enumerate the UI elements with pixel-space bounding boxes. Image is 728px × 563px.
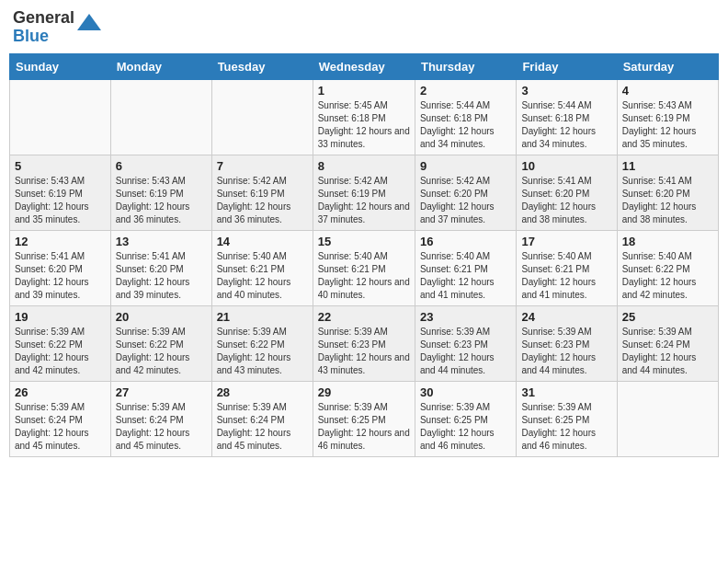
day-number: 10 [521,159,611,173]
calendar-day-12: 12Sunrise: 5:41 AM Sunset: 6:20 PM Dayli… [10,230,111,305]
day-number: 8 [318,159,410,173]
day-info: Sunrise: 5:41 AM Sunset: 6:20 PM Dayligh… [15,250,106,302]
day-number: 22 [318,310,410,324]
svg-marker-0 [77,14,101,30]
day-info: Sunrise: 5:43 AM Sunset: 6:19 PM Dayligh… [116,175,207,226]
logo: General Blue [13,9,101,46]
day-number: 17 [521,235,611,248]
calendar-day-14: 14Sunrise: 5:40 AM Sunset: 6:21 PM Dayli… [211,230,313,305]
day-info: Sunrise: 5:41 AM Sunset: 6:20 PM Dayligh… [622,175,713,226]
calendar-day-15: 15Sunrise: 5:40 AM Sunset: 6:21 PM Dayli… [313,230,415,305]
day-info: Sunrise: 5:39 AM Sunset: 6:22 PM Dayligh… [116,326,207,377]
day-info: Sunrise: 5:39 AM Sunset: 6:24 PM Dayligh… [622,326,713,377]
day-number: 23 [420,310,511,324]
calendar-day-20: 20Sunrise: 5:39 AM Sunset: 6:22 PM Dayli… [110,305,211,381]
calendar-day-8: 8Sunrise: 5:42 AM Sunset: 6:19 PM Daylig… [313,155,415,230]
day-info: Sunrise: 5:39 AM Sunset: 6:25 PM Dayligh… [420,401,511,453]
calendar-day-27: 27Sunrise: 5:39 AM Sunset: 6:24 PM Dayli… [110,381,211,456]
day-info: Sunrise: 5:44 AM Sunset: 6:18 PM Dayligh… [521,99,611,151]
day-number: 28 [217,385,308,399]
column-header-wednesday: Wednesday [313,53,415,79]
calendar-header-row: SundayMondayTuesdayWednesdayThursdayFrid… [10,53,719,79]
day-number: 7 [217,159,308,173]
calendar-empty-cell [10,79,111,155]
calendar-day-17: 17Sunrise: 5:40 AM Sunset: 6:21 PM Dayli… [517,230,617,305]
column-header-sunday: Sunday [10,53,111,79]
calendar-day-11: 11Sunrise: 5:41 AM Sunset: 6:20 PM Dayli… [617,155,718,230]
calendar-day-7: 7Sunrise: 5:42 AM Sunset: 6:19 PM Daylig… [211,155,313,230]
day-number: 9 [420,159,511,173]
day-info: Sunrise: 5:40 AM Sunset: 6:21 PM Dayligh… [420,250,511,302]
logo-general-word: General [13,9,74,28]
calendar-day-9: 9Sunrise: 5:42 AM Sunset: 6:20 PM Daylig… [415,155,516,230]
day-number: 26 [15,385,106,399]
day-info: Sunrise: 5:39 AM Sunset: 6:25 PM Dayligh… [318,401,410,453]
day-info: Sunrise: 5:43 AM Sunset: 6:19 PM Dayligh… [15,175,106,226]
day-info: Sunrise: 5:40 AM Sunset: 6:21 PM Dayligh… [521,250,611,302]
logo-text: General Blue [13,9,74,46]
calendar-day-2: 2Sunrise: 5:44 AM Sunset: 6:18 PM Daylig… [415,79,516,155]
day-info: Sunrise: 5:40 AM Sunset: 6:21 PM Dayligh… [217,250,308,302]
day-number: 3 [521,84,611,98]
column-header-tuesday: Tuesday [211,53,313,79]
calendar-day-19: 19Sunrise: 5:39 AM Sunset: 6:22 PM Dayli… [10,305,111,381]
day-info: Sunrise: 5:42 AM Sunset: 6:20 PM Dayligh… [420,175,511,226]
day-number: 12 [15,235,106,248]
day-info: Sunrise: 5:40 AM Sunset: 6:21 PM Dayligh… [318,250,410,302]
column-header-thursday: Thursday [415,53,516,79]
day-info: Sunrise: 5:39 AM Sunset: 6:22 PM Dayligh… [15,326,106,377]
day-number: 29 [318,385,410,399]
calendar-day-23: 23Sunrise: 5:39 AM Sunset: 6:23 PM Dayli… [415,305,516,381]
day-info: Sunrise: 5:39 AM Sunset: 6:24 PM Dayligh… [116,401,207,453]
day-info: Sunrise: 5:39 AM Sunset: 6:23 PM Dayligh… [420,326,511,377]
day-number: 13 [116,235,207,248]
calendar-day-25: 25Sunrise: 5:39 AM Sunset: 6:24 PM Dayli… [617,305,718,381]
calendar-day-16: 16Sunrise: 5:40 AM Sunset: 6:21 PM Dayli… [415,230,516,305]
column-header-saturday: Saturday [617,53,718,79]
day-number: 5 [15,159,106,173]
day-number: 27 [116,385,207,399]
calendar-day-5: 5Sunrise: 5:43 AM Sunset: 6:19 PM Daylig… [10,155,111,230]
calendar-day-18: 18Sunrise: 5:40 AM Sunset: 6:22 PM Dayli… [617,230,718,305]
calendar-day-21: 21Sunrise: 5:39 AM Sunset: 6:22 PM Dayli… [211,305,313,381]
calendar-day-10: 10Sunrise: 5:41 AM Sunset: 6:20 PM Dayli… [517,155,617,230]
calendar-empty-cell [110,79,211,155]
day-number: 30 [420,385,511,399]
calendar-day-31: 31Sunrise: 5:39 AM Sunset: 6:25 PM Dayli… [517,381,617,456]
day-number: 20 [116,310,207,324]
day-number: 24 [521,310,611,324]
day-number: 19 [15,310,106,324]
day-number: 15 [318,235,410,248]
calendar-empty-cell [617,381,718,456]
day-info: Sunrise: 5:44 AM Sunset: 6:18 PM Dayligh… [420,99,511,151]
day-number: 16 [420,235,511,248]
calendar-week-row: 12Sunrise: 5:41 AM Sunset: 6:20 PM Dayli… [10,230,719,305]
calendar-day-6: 6Sunrise: 5:43 AM Sunset: 6:19 PM Daylig… [110,155,211,230]
column-header-monday: Monday [110,53,211,79]
calendar-week-row: 19Sunrise: 5:39 AM Sunset: 6:22 PM Dayli… [10,305,719,381]
day-number: 25 [622,310,713,324]
calendar-week-row: 26Sunrise: 5:39 AM Sunset: 6:24 PM Dayli… [10,381,719,456]
calendar-week-row: 5Sunrise: 5:43 AM Sunset: 6:19 PM Daylig… [10,155,719,230]
calendar-week-row: 1Sunrise: 5:45 AM Sunset: 6:18 PM Daylig… [10,79,719,155]
day-number: 31 [521,385,611,399]
calendar-day-22: 22Sunrise: 5:39 AM Sunset: 6:23 PM Dayli… [313,305,415,381]
day-info: Sunrise: 5:39 AM Sunset: 6:23 PM Dayligh… [318,326,410,377]
day-info: Sunrise: 5:39 AM Sunset: 6:22 PM Dayligh… [217,326,308,377]
day-info: Sunrise: 5:41 AM Sunset: 6:20 PM Dayligh… [116,250,207,302]
day-info: Sunrise: 5:39 AM Sunset: 6:24 PM Dayligh… [15,401,106,453]
day-number: 1 [318,84,410,98]
logo-blue-word: Blue [13,28,49,46]
day-info: Sunrise: 5:40 AM Sunset: 6:22 PM Dayligh… [622,250,713,302]
calendar-day-4: 4Sunrise: 5:43 AM Sunset: 6:19 PM Daylig… [617,79,718,155]
day-number: 2 [420,84,511,98]
logo-icon [77,14,101,34]
calendar-day-13: 13Sunrise: 5:41 AM Sunset: 6:20 PM Dayli… [110,230,211,305]
calendar-empty-cell [211,79,313,155]
calendar-day-24: 24Sunrise: 5:39 AM Sunset: 6:23 PM Dayli… [517,305,617,381]
calendar-table: SundayMondayTuesdayWednesdayThursdayFrid… [9,53,719,457]
day-info: Sunrise: 5:39 AM Sunset: 6:23 PM Dayligh… [521,326,611,377]
column-header-friday: Friday [517,53,617,79]
day-info: Sunrise: 5:39 AM Sunset: 6:25 PM Dayligh… [521,401,611,453]
calendar-day-29: 29Sunrise: 5:39 AM Sunset: 6:25 PM Dayli… [313,381,415,456]
